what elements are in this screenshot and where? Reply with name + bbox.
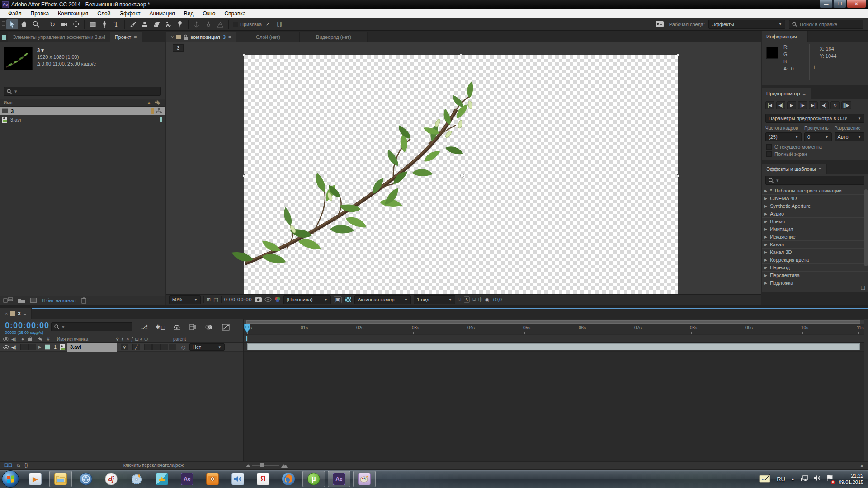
composition-flowchart-icon[interactable]: ⎇	[138, 322, 150, 332]
trash-icon[interactable]	[81, 297, 86, 303]
taskbar-utorrent-icon[interactable]: µ	[302, 471, 325, 487]
expand-transform-icon[interactable]: ❏❏	[4, 463, 12, 468]
close-tab-icon[interactable]: ×	[5, 311, 8, 316]
show-snapshot-icon[interactable]	[264, 297, 272, 302]
resolution-dropdown[interactable]: (Половина)▼	[283, 295, 331, 304]
tab-layer[interactable]: Слой (нет)	[236, 32, 300, 42]
layer-motion-blur-switch[interactable]	[152, 344, 160, 350]
taskbar-aimp-icon[interactable]: dj	[100, 471, 123, 487]
clone-stamp-tool[interactable]	[139, 19, 151, 29]
snap-angle-icon[interactable]: ↗	[262, 19, 274, 29]
effects-category[interactable]: ▶* Шаблоны настроек анимации	[762, 187, 868, 194]
panel-menu-icon[interactable]: ≡	[819, 166, 822, 172]
play-button[interactable]: ▶	[787, 101, 796, 109]
axis-world-icon[interactable]	[203, 19, 214, 29]
first-frame-button[interactable]: |◀	[765, 101, 774, 109]
taskbar-kmplayer-icon[interactable]	[75, 471, 97, 487]
framerate-dropdown[interactable]: (25)▼	[765, 132, 802, 141]
camera-tool[interactable]	[58, 19, 70, 29]
layer-expand-arrow[interactable]: ▶	[38, 343, 42, 352]
panel-menu-icon[interactable]: ≡	[134, 34, 137, 40]
effects-category[interactable]: ▶Канал 3D	[762, 248, 868, 256]
layer-track-row[interactable]	[244, 343, 864, 352]
timeline-button-icon[interactable]: ⌸	[472, 297, 476, 303]
selection-handle[interactable]	[677, 54, 679, 56]
exposure-value[interactable]: +0,0	[492, 297, 502, 302]
tab-preview[interactable]: Предпросмотр≡	[762, 88, 811, 99]
region-of-interest-icon[interactable]: ⬚	[213, 297, 218, 303]
timeline-tab[interactable]: × 3 ≡	[0, 308, 32, 319]
effects-category[interactable]: ▶Переход	[762, 263, 868, 271]
maximize-button[interactable]: ❐	[833, 0, 846, 8]
layer-color-chip[interactable]	[45, 344, 50, 350]
effects-category[interactable]: ▶Время	[762, 217, 868, 225]
project-columns-header[interactable]: Имя ▲	[0, 99, 165, 107]
action-center-tray-icon[interactable]: ✕	[826, 475, 833, 483]
taskbar-audio-app-icon[interactable]	[226, 471, 249, 487]
taskbar-disc-burner-icon[interactable]	[125, 471, 148, 487]
layer-audio-icon[interactable]: ◀)	[11, 343, 16, 352]
snap-checkbox[interactable]	[233, 22, 238, 27]
snapshot-icon[interactable]	[255, 297, 262, 302]
expand-modes-icon[interactable]: ⧉	[17, 463, 20, 468]
viewer-timecode[interactable]: 0:00:00:00	[224, 297, 252, 302]
effects-category[interactable]: ▶Перспектива	[762, 271, 868, 279]
parent-column-label[interactable]: parent	[173, 336, 186, 342]
fast-draft-icon[interactable]: ϟ	[464, 296, 470, 303]
fullscreen-checkbox[interactable]	[766, 151, 772, 157]
expand-inout-icon[interactable]: { }	[24, 463, 28, 468]
menu-composition[interactable]: Композиция	[53, 10, 93, 17]
effects-category[interactable]: ▶Канал	[762, 240, 868, 248]
panel-menu-icon[interactable]: ≡	[799, 34, 802, 39]
time-ruler[interactable]: 0s 01s 02s 03s 04s 05s 06s 07s 08s 09s 1…	[244, 324, 864, 334]
roto-brush-tool[interactable]	[162, 19, 174, 29]
previous-frame-button[interactable]: ◀|	[776, 101, 785, 109]
loop-button[interactable]: ↻	[830, 101, 840, 109]
panel-menu-icon[interactable]: ≡	[803, 91, 806, 96]
layer-adjustment-switch[interactable]	[160, 344, 168, 350]
shape-tool[interactable]	[87, 19, 99, 29]
tab-footage[interactable]: Видеоряд (нет)	[300, 32, 368, 42]
text-tool[interactable]: T	[110, 19, 122, 29]
menu-animation[interactable]: Анимация	[145, 10, 179, 17]
layer-3d-switch[interactable]	[169, 344, 176, 350]
layer-row[interactable]: ◀) ▶ 1 3.avi ⚲ ╱ ◎ Нет▼	[0, 343, 243, 352]
effects-category[interactable]: ▶Подложка	[762, 279, 868, 286]
menu-view[interactable]: Вид	[179, 10, 198, 17]
language-indicator[interactable]: RU	[777, 476, 785, 483]
zoom-tool[interactable]	[30, 19, 42, 29]
ram-preview-button[interactable]: |||▶	[841, 101, 851, 109]
hide-shy-layers-icon[interactable]	[171, 322, 183, 332]
layer-anchor-point[interactable]	[460, 174, 464, 178]
taskbar-screenshot-tool-icon[interactable]	[201, 471, 224, 487]
effects-category[interactable]: ▶Искажение	[762, 233, 868, 240]
volume-tray-icon[interactable]	[814, 475, 821, 483]
last-frame-button[interactable]: ▶|	[809, 101, 818, 109]
interpret-footage-icon[interactable]	[4, 297, 13, 303]
bit-depth[interactable]: 8 бит на канал	[42, 298, 76, 303]
snap-box-icon[interactable]: ⟦⟧	[274, 19, 285, 29]
view-layout-dropdown[interactable]: 1 вид▼	[414, 295, 455, 304]
preview-resolution-dropdown[interactable]: Авто▼	[835, 132, 864, 141]
layer-video-icon[interactable]	[3, 343, 9, 352]
layer-frame-blend-switch[interactable]	[144, 344, 152, 350]
brush-tool[interactable]	[127, 19, 139, 29]
taskbar-after-effects-icon[interactable]: Ae	[176, 471, 198, 487]
start-button[interactable]	[2, 470, 19, 488]
axis-view-icon[interactable]	[214, 19, 226, 29]
timeline-zoom-slider[interactable]	[246, 463, 288, 468]
rotate-tool[interactable]: ↻	[47, 19, 58, 29]
fast-previews-icon[interactable]: ▣	[334, 296, 342, 303]
effects-category[interactable]: ▶Коррекция цвета	[762, 256, 868, 263]
taskbar-media-player-icon[interactable]: ▶	[24, 471, 47, 487]
menu-edit[interactable]: Правка	[26, 10, 54, 17]
layer-effects-switch[interactable]: ╱	[132, 344, 140, 350]
effects-category[interactable]: ▶Synthetic Aperture	[762, 202, 868, 210]
transparency-grid-icon[interactable]	[344, 297, 352, 302]
project-row-footage[interactable]: 3.avi	[0, 115, 165, 124]
show-channel-icon[interactable]	[274, 297, 281, 302]
scrollbar[interactable]	[864, 189, 868, 266]
puppet-pin-tool[interactable]	[174, 19, 186, 29]
viewer-mini-tab[interactable]: 3	[173, 44, 184, 52]
graph-editor-icon[interactable]	[220, 322, 231, 332]
